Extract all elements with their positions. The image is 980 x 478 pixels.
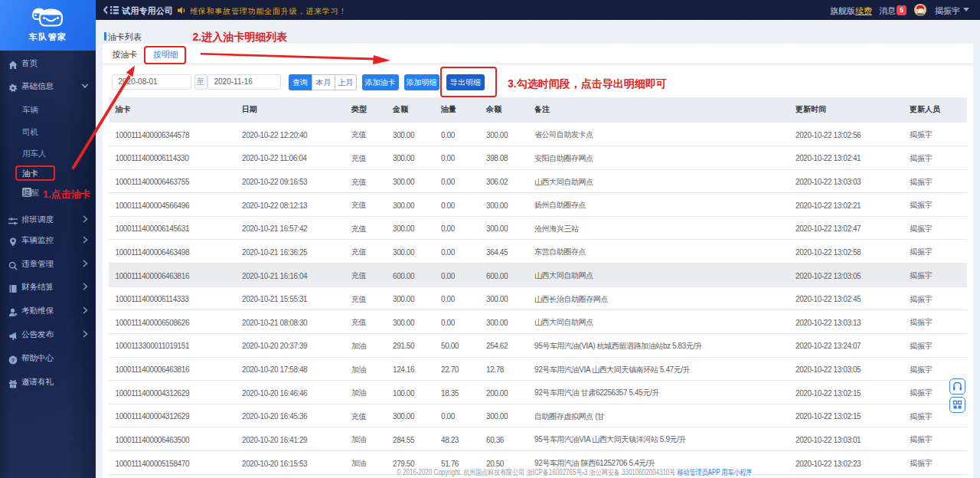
svg-text:?: ?	[11, 357, 15, 364]
